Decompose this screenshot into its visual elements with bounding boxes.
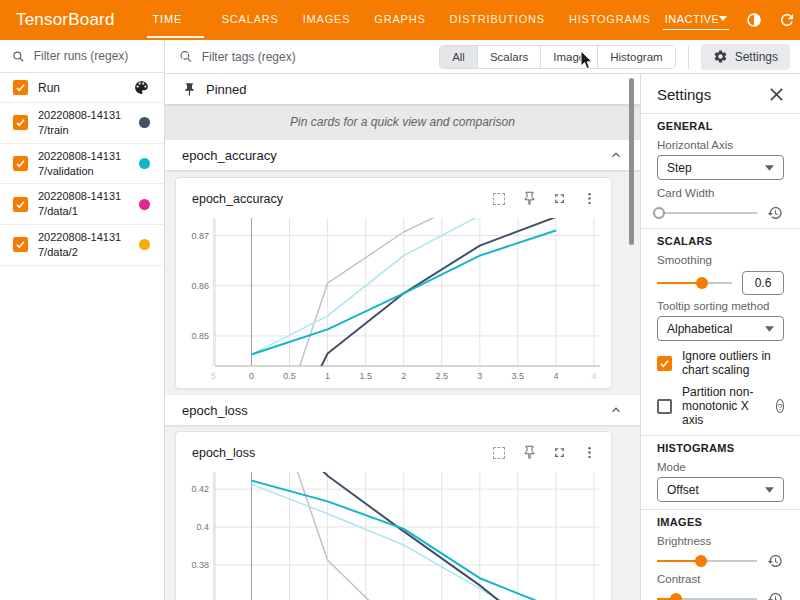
card-width-label: Card Width [657,187,784,199]
smoothing-input[interactable] [742,271,784,295]
card-header: epoch_accuracy [176,178,611,210]
filter-scalars-button[interactable]: Scalars [477,46,540,68]
histogram-mode-select[interactable]: Offset [657,477,784,502]
section-title: epoch_loss [182,403,248,418]
help-icon[interactable]: ? [776,399,784,413]
run-checkbox[interactable] [13,156,28,171]
run-checkbox[interactable] [13,115,28,130]
run-name: 20220808-141317/data/2 [38,230,129,260]
contrast-toggle-icon[interactable] [741,7,767,33]
tab-histograms[interactable]: HISTOGRAMS [557,0,663,40]
tooltip-sort-select[interactable]: Alphabetical [657,316,784,341]
reset-icon[interactable] [766,552,784,570]
check-icon [15,158,26,169]
tab-time-series[interactable]: TIME SERIES [141,0,210,40]
card-header: epoch_loss [176,432,611,464]
refresh-icon[interactable] [774,7,800,33]
more-options-icon[interactable] [577,442,601,464]
pinned-header: Pinned [165,74,640,104]
run-row-validation[interactable]: 20220808-141317/validation [0,144,164,185]
x-tick-label: 4 [553,371,558,381]
horizontal-axis-select[interactable]: Step [657,155,784,180]
tab-distributions[interactable]: DISTRIBUTIONS [438,0,557,40]
vertical-scrollbar[interactable] [629,78,634,245]
palette-icon[interactable] [133,79,150,96]
run-color-dot [139,199,150,210]
smoothing-slider[interactable] [657,276,732,290]
fullscreen-icon[interactable] [547,188,571,210]
smoothing-label: Smoothing [657,254,784,266]
chevron-up-icon[interactable] [609,403,623,417]
x-tick-label: 2 [401,371,406,381]
run-checkbox[interactable] [13,197,28,212]
reset-icon[interactable] [766,204,784,222]
reload-status-value: INACTIVE [665,13,720,25]
filter-image-button[interactable]: Image [540,46,597,68]
y-tick-label: 0.38 [191,560,209,570]
close-icon[interactable] [769,87,784,102]
run-row-data-2[interactable]: 20220808-141317/data/2 [0,225,164,266]
check-icon [15,199,26,210]
x-tick-label: 3.5 [512,371,525,381]
card-width-slider[interactable] [657,206,757,220]
run-row-data-1[interactable]: 20220808-141317/data/1 [0,184,164,225]
pin-icon [182,82,197,97]
y-tick-label: 0.4 [196,522,209,532]
smoothing-row [657,270,784,296]
run-select-all-checkbox[interactable] [13,80,28,95]
scalar-chart-epoch-accuracy[interactable]: 0.850.860.87500.511.522.533.544 [179,212,609,384]
tab-scalars[interactable]: SCALARS [210,0,291,40]
chevron-down-icon [765,487,774,493]
more-options-icon[interactable] [577,188,601,210]
cards-area: Pinned Pin cards for a quick view and co… [165,74,640,600]
section-header-epoch-loss[interactable]: epoch_loss [165,395,640,425]
reset-icon[interactable] [766,590,784,600]
contrast-slider[interactable] [657,592,757,600]
settings-panel: Settings GENERAL Horizontal Axis Step Ca… [640,74,800,600]
filter-histogram-button[interactable]: Histogram [597,46,674,68]
brightness-label: Brightness [657,535,784,547]
partition-x-axis-checkbox[interactable] [657,399,672,414]
fit-to-data-icon[interactable] [487,442,511,464]
fullscreen-icon[interactable] [547,442,571,464]
images-heading: IMAGES [657,516,784,528]
ignore-outliers-label: Ignore outliers in chart scaling [682,349,784,377]
section-header-epoch-accuracy[interactable]: epoch_accuracy [165,140,640,170]
ignore-outliers-row[interactable]: Ignore outliers in chart scaling [657,349,784,377]
chevron-down-icon [765,165,774,171]
runs-filter-input[interactable] [34,49,152,63]
run-column-header: Run [38,81,123,95]
tab-images[interactable]: IMAGES [291,0,363,40]
settings-button[interactable]: Settings [701,44,790,70]
contrast-label: Contrast [657,573,784,585]
x-tick-label: 1.5 [359,371,372,381]
reload-status-select[interactable]: INACTIVE [663,11,730,30]
divider [641,509,800,510]
x-tick-label: 0.5 [283,371,296,381]
gear-icon [713,49,728,64]
filter-all-button[interactable]: All [440,46,477,68]
tag-filter-input[interactable] [202,50,439,64]
topbar-icon-group: ? [741,7,800,33]
app-title: TensorBoard [16,10,115,30]
brightness-slider[interactable] [657,554,757,568]
horizontal-axis-value: Step [667,161,692,175]
tab-graphs[interactable]: GRAPHS [362,0,437,40]
run-checkbox[interactable] [13,237,28,252]
topbar: TensorBoard TIME SERIES SCALARS IMAGES G… [0,0,800,40]
y-tick-label: 0.86 [191,281,209,291]
scalars-heading: SCALARS [657,235,784,247]
partition-x-axis-row[interactable]: Partition non-monotonic X axis ? [657,385,784,427]
tooltip-sort-value: Alphabetical [667,322,732,336]
scalar-chart-epoch-loss[interactable]: 0.360.380.40.42 [179,466,609,600]
pin-icon[interactable] [517,188,541,210]
chevron-up-icon[interactable] [609,148,623,162]
check-icon [15,82,26,93]
fit-to-data-icon[interactable] [487,188,511,210]
scalar-card-epoch-accuracy: epoch_accuracy 0.850.860.87500.511.522.5… [175,177,612,389]
ignore-outliers-checkbox[interactable] [657,356,672,371]
run-row-train[interactable]: 20220808-141317/train [0,103,164,144]
y-tick-label: 0.87 [191,231,209,241]
pin-icon[interactable] [517,442,541,464]
contrast-row [657,589,784,600]
